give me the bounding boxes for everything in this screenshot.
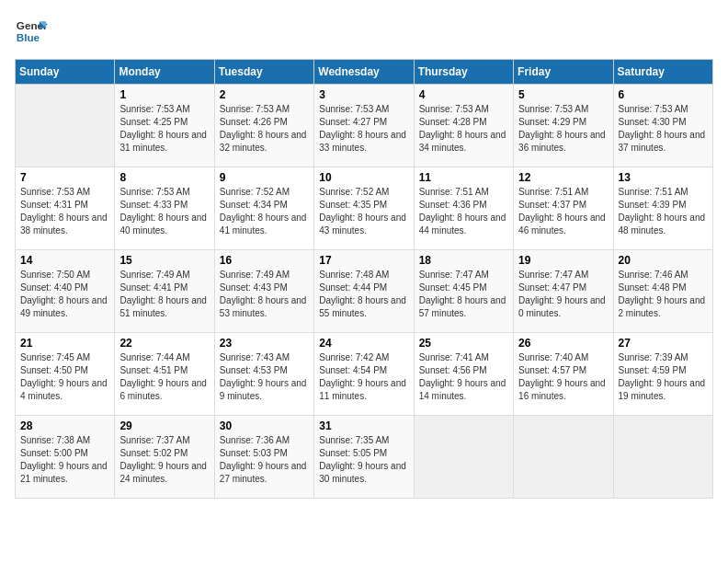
calendar-cell: 19Sunrise: 7:47 AMSunset: 4:47 PMDayligh… [514, 250, 613, 333]
calendar-week-row: 14Sunrise: 7:50 AMSunset: 4:40 PMDayligh… [16, 250, 713, 333]
day-number: 27 [619, 337, 708, 350]
calendar-cell: 7Sunrise: 7:53 AMSunset: 4:31 PMDaylight… [16, 167, 115, 250]
day-number: 7 [20, 171, 109, 184]
day-info: Sunrise: 7:53 AMSunset: 4:33 PMDaylight:… [119, 186, 209, 237]
weekday-header-row: SundayMondayTuesdayWednesdayThursdayFrid… [16, 60, 713, 85]
logo: General Blue [15, 15, 48, 48]
day-info: Sunrise: 7:51 AMSunset: 4:39 PMDaylight:… [619, 186, 708, 237]
day-number: 22 [119, 337, 209, 350]
calendar-cell: 30Sunrise: 7:36 AMSunset: 5:03 PMDayligh… [214, 416, 313, 499]
day-number: 17 [319, 254, 408, 267]
calendar-cell: 20Sunrise: 7:46 AMSunset: 4:48 PMDayligh… [613, 250, 712, 333]
day-info: Sunrise: 7:43 AMSunset: 4:53 PMDaylight:… [220, 351, 309, 403]
weekday-header-sunday: Sunday [16, 60, 115, 85]
weekday-header-tuesday: Tuesday [214, 60, 313, 85]
day-info: Sunrise: 7:53 AMSunset: 4:31 PMDaylight:… [20, 186, 109, 237]
day-number: 25 [419, 337, 508, 350]
calendar-cell: 11Sunrise: 7:51 AMSunset: 4:36 PMDayligh… [414, 167, 513, 250]
day-number: 9 [220, 171, 309, 184]
day-number: 1 [119, 88, 209, 101]
day-number: 28 [20, 419, 109, 432]
day-info: Sunrise: 7:39 AMSunset: 4:59 PMDaylight:… [619, 351, 708, 403]
calendar-cell: 3Sunrise: 7:53 AMSunset: 4:27 PMDaylight… [314, 85, 414, 167]
calendar-cell: 8Sunrise: 7:53 AMSunset: 4:33 PMDaylight… [115, 167, 214, 250]
day-number: 4 [419, 88, 508, 101]
day-number: 29 [119, 419, 209, 432]
calendar-cell: 2Sunrise: 7:53 AMSunset: 4:26 PMDaylight… [214, 85, 313, 167]
calendar-cell: 27Sunrise: 7:39 AMSunset: 4:59 PMDayligh… [613, 333, 712, 416]
day-info: Sunrise: 7:48 AMSunset: 4:44 PMDaylight:… [319, 269, 408, 320]
day-info: Sunrise: 7:52 AMSunset: 4:35 PMDaylight:… [319, 186, 408, 237]
calendar-cell: 28Sunrise: 7:38 AMSunset: 5:00 PMDayligh… [16, 416, 115, 499]
calendar-week-row: 7Sunrise: 7:53 AMSunset: 4:31 PMDaylight… [16, 167, 713, 250]
calendar-cell: 13Sunrise: 7:51 AMSunset: 4:39 PMDayligh… [613, 167, 712, 250]
calendar-cell: 25Sunrise: 7:41 AMSunset: 4:56 PMDayligh… [414, 333, 513, 416]
weekday-header-saturday: Saturday [613, 60, 712, 85]
calendar-cell: 24Sunrise: 7:42 AMSunset: 4:54 PMDayligh… [314, 333, 414, 416]
day-number: 18 [419, 254, 508, 267]
calendar-cell: 9Sunrise: 7:52 AMSunset: 4:34 PMDaylight… [214, 167, 313, 250]
day-number: 24 [319, 337, 408, 350]
day-number: 19 [518, 254, 608, 267]
day-info: Sunrise: 7:41 AMSunset: 4:56 PMDaylight:… [419, 351, 508, 403]
logo-icon: General Blue [15, 15, 48, 48]
day-info: Sunrise: 7:53 AMSunset: 4:28 PMDaylight:… [419, 103, 508, 155]
day-info: Sunrise: 7:45 AMSunset: 4:50 PMDaylight:… [20, 351, 109, 403]
weekday-header-monday: Monday [115, 60, 214, 85]
calendar-cell [613, 416, 712, 499]
day-info: Sunrise: 7:53 AMSunset: 4:30 PMDaylight:… [619, 103, 708, 155]
day-number: 15 [119, 254, 209, 267]
day-info: Sunrise: 7:53 AMSunset: 4:29 PMDaylight:… [518, 103, 608, 155]
weekday-header-wednesday: Wednesday [314, 60, 414, 85]
calendar-cell: 15Sunrise: 7:49 AMSunset: 4:41 PMDayligh… [115, 250, 214, 333]
day-info: Sunrise: 7:53 AMSunset: 4:27 PMDaylight:… [319, 103, 408, 155]
day-info: Sunrise: 7:36 AMSunset: 5:03 PMDaylight:… [220, 434, 309, 486]
weekday-header-thursday: Thursday [414, 60, 513, 85]
calendar-cell [16, 85, 115, 167]
calendar-cell: 10Sunrise: 7:52 AMSunset: 4:35 PMDayligh… [314, 167, 414, 250]
day-number: 20 [619, 254, 708, 267]
calendar-cell: 21Sunrise: 7:45 AMSunset: 4:50 PMDayligh… [16, 333, 115, 416]
day-number: 11 [419, 171, 508, 184]
day-number: 23 [220, 337, 309, 350]
day-number: 14 [20, 254, 109, 267]
page-header: General Blue [15, 15, 713, 48]
calendar-cell: 22Sunrise: 7:44 AMSunset: 4:51 PMDayligh… [115, 333, 214, 416]
calendar-cell: 26Sunrise: 7:40 AMSunset: 4:57 PMDayligh… [514, 333, 613, 416]
day-info: Sunrise: 7:53 AMSunset: 4:25 PMDaylight:… [119, 103, 209, 155]
day-info: Sunrise: 7:37 AMSunset: 5:02 PMDaylight:… [119, 434, 209, 486]
calendar-cell: 5Sunrise: 7:53 AMSunset: 4:29 PMDaylight… [514, 85, 613, 167]
day-info: Sunrise: 7:47 AMSunset: 4:45 PMDaylight:… [419, 269, 508, 320]
day-info: Sunrise: 7:49 AMSunset: 4:43 PMDaylight:… [220, 269, 309, 320]
day-number: 16 [220, 254, 309, 267]
day-info: Sunrise: 7:46 AMSunset: 4:48 PMDaylight:… [619, 269, 708, 320]
day-number: 26 [518, 337, 608, 350]
calendar-cell: 31Sunrise: 7:35 AMSunset: 5:05 PMDayligh… [314, 416, 414, 499]
day-number: 12 [518, 171, 608, 184]
day-number: 3 [319, 88, 408, 101]
day-info: Sunrise: 7:53 AMSunset: 4:26 PMDaylight:… [220, 103, 309, 155]
day-number: 2 [220, 88, 309, 101]
day-info: Sunrise: 7:49 AMSunset: 4:41 PMDaylight:… [119, 269, 209, 320]
day-number: 30 [220, 419, 309, 432]
calendar-cell: 16Sunrise: 7:49 AMSunset: 4:43 PMDayligh… [214, 250, 313, 333]
day-info: Sunrise: 7:35 AMSunset: 5:05 PMDaylight:… [319, 434, 408, 486]
calendar-cell: 14Sunrise: 7:50 AMSunset: 4:40 PMDayligh… [16, 250, 115, 333]
calendar-cell: 18Sunrise: 7:47 AMSunset: 4:45 PMDayligh… [414, 250, 513, 333]
weekday-header-friday: Friday [514, 60, 613, 85]
day-number: 13 [619, 171, 708, 184]
day-number: 6 [619, 88, 708, 101]
day-info: Sunrise: 7:51 AMSunset: 4:36 PMDaylight:… [419, 186, 508, 237]
calendar-week-row: 28Sunrise: 7:38 AMSunset: 5:00 PMDayligh… [16, 416, 713, 499]
day-info: Sunrise: 7:38 AMSunset: 5:00 PMDaylight:… [20, 434, 109, 486]
calendar-week-row: 21Sunrise: 7:45 AMSunset: 4:50 PMDayligh… [16, 333, 713, 416]
day-number: 5 [518, 88, 608, 101]
day-info: Sunrise: 7:42 AMSunset: 4:54 PMDaylight:… [319, 351, 408, 403]
svg-text:Blue: Blue [17, 31, 40, 43]
day-info: Sunrise: 7:51 AMSunset: 4:37 PMDaylight:… [518, 186, 608, 237]
calendar-body: 1Sunrise: 7:53 AMSunset: 4:25 PMDaylight… [16, 85, 713, 499]
day-number: 31 [319, 419, 408, 432]
day-number: 8 [119, 171, 209, 184]
day-info: Sunrise: 7:52 AMSunset: 4:34 PMDaylight:… [220, 186, 309, 237]
day-info: Sunrise: 7:47 AMSunset: 4:47 PMDaylight:… [518, 269, 608, 320]
